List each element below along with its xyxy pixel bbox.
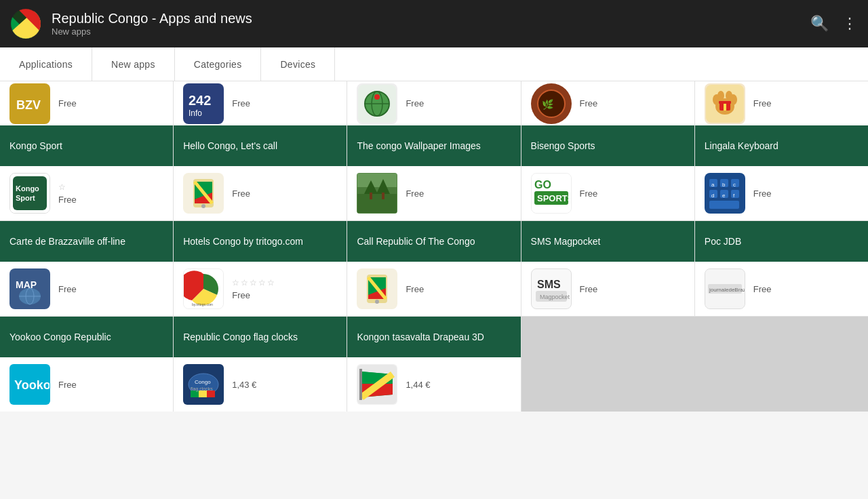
- list-item[interactable]: Yookoo Congo Republic Yookoo Free: [0, 317, 173, 412]
- app-price: Free: [58, 380, 163, 390]
- app-body: Kongo Sport ☆ Free: [0, 166, 173, 220]
- svg-text:flag clocks: flag clocks: [191, 386, 213, 392]
- tab-applications[interactable]: Applications: [0, 47, 92, 81]
- app-title: The congo Wallpaper Images: [347, 125, 520, 166]
- header-subtitle: New apps: [52, 26, 810, 37]
- svg-text:c: c: [733, 182, 736, 188]
- app-icon: Yookoo: [9, 364, 50, 405]
- app-price: Free: [406, 284, 511, 294]
- list-item[interactable]: Poc JDB journaledeBrazzo.com Free: [695, 221, 868, 316]
- app-meta: Free: [406, 284, 511, 294]
- app-meta: Free: [406, 98, 511, 108]
- list-item[interactable]: 🌿 Free: [521, 81, 694, 125]
- app-icon: journaledeBrazzo.com: [705, 268, 745, 309]
- app-price: 1,43 €: [232, 380, 337, 390]
- app-meta: Free: [58, 284, 163, 294]
- app-icon: by.tritogo.com: [183, 268, 224, 309]
- svg-text:🌿: 🌿: [542, 99, 554, 111]
- svg-rect-99: [359, 369, 362, 400]
- svg-text:SMS: SMS: [537, 279, 561, 290]
- tab-new-apps[interactable]: New apps: [92, 47, 175, 81]
- app-meta: 1,44 €: [406, 380, 511, 390]
- app-meta: Free: [580, 188, 685, 199]
- svg-point-23: [726, 91, 732, 100]
- empty-gray-area: [521, 317, 868, 412]
- app-body: journaledeBrazzo.com Free: [695, 262, 868, 316]
- svg-text:b: b: [722, 182, 726, 188]
- tab-categories[interactable]: Categories: [175, 47, 262, 81]
- list-item[interactable]: Bisengo Sports GO SPORTS Free: [521, 125, 694, 220]
- header-title: Republic Congo - Apps and news: [52, 11, 810, 26]
- list-item[interactable]: Lingala Keyboard a b: [695, 125, 868, 220]
- app-body: Free: [174, 166, 347, 220]
- tab-devices[interactable]: Devices: [261, 47, 335, 81]
- grid-row-3: Yookoo Congo Republic Yookoo Free Republ…: [0, 317, 868, 412]
- svg-text:e: e: [722, 193, 726, 199]
- app-title: Yookoo Congo Republic: [0, 317, 173, 357]
- svg-rect-56: [709, 201, 739, 209]
- svg-text:Info: Info: [189, 108, 202, 118]
- more-options-icon[interactable]: ⋮: [842, 15, 857, 33]
- app-price: Free: [232, 290, 337, 300]
- app-meta: Free: [753, 188, 859, 199]
- grid-row-2: Carte de Brazzaville off-line MAP Free: [0, 221, 868, 316]
- list-item[interactable]: SMS Magpocket SMS Magpocket Free: [521, 221, 694, 316]
- svg-text:Sport: Sport: [16, 194, 35, 202]
- app-price: Free: [580, 188, 685, 199]
- list-item[interactable]: BZV Free: [0, 81, 173, 125]
- grid-row-1: Kongo Sport Kongo Sport ☆ Free: [0, 125, 868, 220]
- app-title: Poc JDB: [695, 221, 868, 262]
- svg-text:MAP: MAP: [16, 279, 37, 290]
- app-price: Free: [753, 284, 859, 294]
- svg-rect-40: [357, 174, 397, 187]
- app-icon: GO SPORTS: [531, 173, 572, 214]
- app-meta: Free: [406, 188, 511, 199]
- app-body: by.tritogo.com ☆ ☆ ☆ ☆ ☆ Free: [174, 262, 347, 316]
- list-item[interactable]: The congo Wallpaper Images: [347, 125, 520, 220]
- app-title: Carte de Brazzaville off-line: [0, 221, 173, 262]
- list-item[interactable]: Kongo Sport Kongo Sport ☆ Free: [0, 125, 173, 220]
- svg-text:Congo: Congo: [195, 379, 211, 385]
- list-item[interactable]: Free: [695, 81, 868, 125]
- list-item[interactable]: Republic Congo flag clocks Congo flag cl…: [174, 317, 347, 412]
- list-item[interactable]: Free: [347, 81, 520, 125]
- header-title-block: Republic Congo - Apps and news New apps: [52, 11, 810, 37]
- app-price: Free: [58, 284, 163, 294]
- app-price: Free: [58, 195, 163, 205]
- svg-rect-91: [207, 391, 215, 397]
- svg-text:Kongo: Kongo: [16, 184, 39, 193]
- app-meta: ☆ ☆ ☆ ☆ ☆ Free: [232, 278, 337, 300]
- svg-rect-90: [199, 391, 207, 397]
- search-icon[interactable]: 🔍: [810, 15, 829, 33]
- list-item[interactable]: 242Info Free: [174, 81, 347, 125]
- list-item[interactable]: Carte de Brazzaville off-line MAP Free: [0, 221, 173, 316]
- app-meta: Free: [58, 380, 163, 390]
- svg-rect-44: [382, 193, 384, 199]
- list-item[interactable]: Kongon tasavalta Drapeau 3D: [347, 317, 520, 412]
- list-item[interactable]: Call Republic Of The Congo Free: [347, 221, 520, 316]
- svg-rect-28: [13, 176, 47, 210]
- app-body: Free: [347, 166, 520, 220]
- svg-rect-39: [357, 194, 397, 213]
- app-price: Free: [58, 98, 163, 108]
- app-icon: 🌿: [531, 83, 572, 124]
- app-meta: Free: [58, 98, 163, 108]
- svg-text:Yookoo: Yookoo: [14, 378, 50, 392]
- app-title: SMS Magpocket: [521, 221, 694, 262]
- app-icon: SMS Magpocket: [531, 268, 572, 309]
- app-body: Free: [347, 262, 520, 316]
- list-item[interactable]: Hotels Congo by tritogo.com by.tritogo.c…: [174, 221, 347, 316]
- app-meta: Free: [753, 284, 859, 294]
- svg-rect-43: [370, 193, 372, 199]
- svg-text:242: 242: [189, 93, 211, 108]
- app-icon: [357, 83, 397, 124]
- app-body: Yookoo Free: [0, 357, 173, 412]
- app-icon: a b c d e f: [705, 173, 745, 214]
- app-icon: Congo flag clocks: [183, 364, 224, 405]
- app-body: 1,44 €: [347, 357, 520, 412]
- list-item[interactable]: Hello Congo, Let's call: [174, 125, 347, 220]
- app-price: Free: [406, 98, 511, 108]
- header-icons: 🔍 ⋮: [810, 15, 857, 33]
- app-body: SMS Magpocket Free: [521, 262, 694, 316]
- partial-top-row: BZV Free 242Info Free Free: [0, 81, 868, 125]
